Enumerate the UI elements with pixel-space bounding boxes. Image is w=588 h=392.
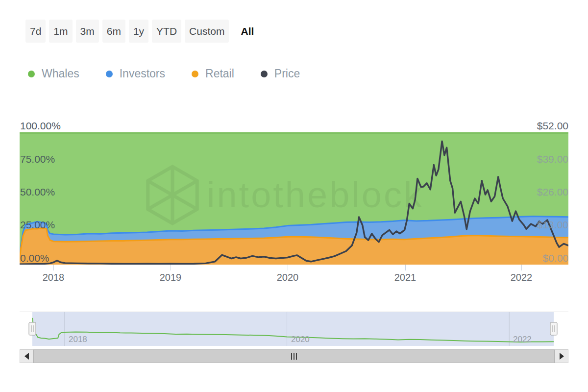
x-tick-2019	[171, 265, 171, 270]
range-button-6m[interactable]: 6m	[102, 20, 125, 43]
x-tick-2018	[53, 265, 54, 270]
legend-item-whales[interactable]: Whales	[28, 67, 79, 80]
x-label-2022: 2022	[502, 272, 541, 283]
left-arrow-icon	[24, 353, 29, 360]
range-selector: 7d 1m 3m 6m 1y YTD Custom All	[25, 20, 258, 43]
navigator-label-2018: 2018	[69, 335, 87, 344]
right-arrow-icon	[560, 353, 564, 360]
legend-label-retail: Retail	[205, 67, 234, 80]
legend-item-investors[interactable]: Investors	[106, 67, 165, 80]
range-button-all[interactable]: All	[236, 20, 258, 43]
x-label-2019: 2019	[151, 272, 190, 283]
investors-dot-icon	[106, 71, 113, 77]
navigator-left-handle	[29, 322, 36, 335]
y-left-label-50: 50.00%	[20, 186, 55, 198]
x-label-2020: 2020	[268, 272, 307, 283]
y-left-label-75: 75.00%	[20, 153, 55, 166]
x-tick-2022	[521, 265, 522, 270]
y-left-label-0: 0.00%	[20, 252, 49, 265]
y-right-label-0: $0.00	[441, 252, 568, 265]
legend-item-retail[interactable]: Retail	[192, 67, 234, 80]
navigator-label-2020: 2020	[291, 335, 310, 344]
y-right-label-39: $39.00	[441, 153, 568, 166]
main-chart-plot[interactable]: intotheblock	[20, 132, 568, 265]
scrollbar-left-button[interactable]	[20, 349, 33, 363]
range-button-custom[interactable]: Custom	[185, 20, 229, 43]
y-left-label-100: 100.00%	[20, 120, 61, 132]
y-right-label-13: $13.00	[441, 219, 568, 231]
range-button-3m[interactable]: 3m	[76, 20, 99, 43]
price-dot-icon	[261, 71, 268, 77]
x-tick-2020	[288, 265, 288, 270]
y-right-label-26: $26.00	[441, 186, 568, 198]
x-label-2018: 2018	[34, 272, 73, 283]
navigator-right-handle	[550, 322, 557, 335]
legend-item-price[interactable]: Price	[261, 67, 300, 80]
range-button-1m[interactable]: 1m	[49, 20, 72, 43]
legend-label-investors: Investors	[120, 67, 165, 80]
range-button-1y[interactable]: 1y	[129, 20, 148, 43]
range-button-7d[interactable]: 7d	[25, 20, 46, 43]
range-button-ytd[interactable]: YTD	[152, 20, 181, 43]
x-label-2021: 2021	[386, 272, 425, 283]
scrollbar-grip-icon[interactable]	[291, 353, 297, 360]
holders-composition-chart-page: { "range_buttons": { "items": [ {"label"…	[0, 0, 588, 392]
chart-legend: Whales Investors Retail Price	[28, 67, 300, 80]
y-left-label-25: 25.00%	[20, 219, 55, 231]
whales-dot-icon	[28, 71, 35, 77]
svg-text:intotheblock: intotheblock	[207, 174, 424, 215]
scrollbar-track[interactable]	[33, 349, 555, 363]
navigator-label-2022: 2022	[513, 335, 532, 344]
legend-label-price: Price	[274, 67, 300, 80]
retail-dot-icon	[192, 71, 198, 77]
y-right-label-52: $52.00	[441, 120, 568, 132]
legend-label-whales: Whales	[42, 67, 79, 80]
scrollbar-right-button[interactable]	[555, 349, 568, 363]
x-tick-2021	[405, 265, 406, 270]
